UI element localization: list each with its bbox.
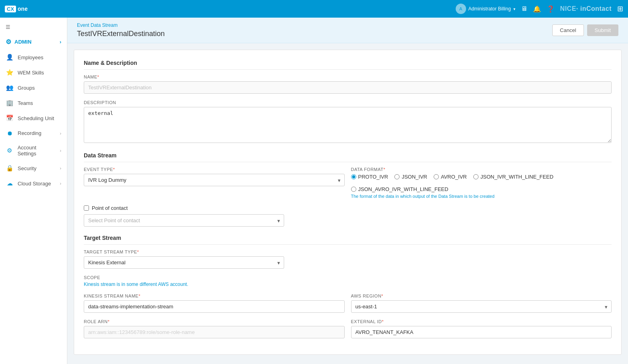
scope-label: SCOPE	[84, 275, 612, 280]
submit-button[interactable]: Submit	[587, 24, 618, 36]
target-stream-type-group: TARGET STREAM TYPE* Kinesis External Kin…	[84, 249, 612, 269]
radio-avro-ivr[interactable]: AVRO_IVR	[434, 174, 467, 180]
role-arn-input[interactable]	[84, 326, 345, 338]
poc-label: Point of contact	[92, 205, 128, 211]
hamburger-icon[interactable]: ☰	[0, 21, 67, 33]
navbar: CX one A Administrator Billing ▾ 🖥 🔔 ❓ N…	[0, 0, 628, 18]
name-input[interactable]	[84, 81, 612, 94]
aws-region-label: AWS REGION*	[351, 294, 612, 298]
grid-icon[interactable]: ⊞	[617, 4, 623, 13]
admin-gear-icon: ⚙	[6, 38, 11, 46]
radio-avro-ivr-input[interactable]	[434, 174, 439, 179]
kinesis-stream-name-group: KINESIS STREAM NAME*	[84, 294, 345, 313]
name-description-section-header: Name & Description	[84, 60, 612, 70]
page-title: TestIVRExternalDestination	[77, 30, 165, 38]
sidebar-item-cloud-storage[interactable]: ☁ Cloud Storage ›	[0, 176, 67, 191]
sidebar-admin[interactable]: ⚙ ADMIN ›	[0, 33, 67, 50]
target-stream-type-label: TARGET STREAM TYPE*	[84, 249, 612, 254]
breadcrumb[interactable]: Event Data Stream	[77, 22, 165, 28]
help-icon[interactable]: ❓	[547, 5, 555, 13]
event-type-select-wrapper: IVR Log Dummy Agent Log Contact Log	[84, 174, 345, 186]
groups-icon: 👥	[6, 84, 14, 91]
event-type-select[interactable]: IVR Log Dummy Agent Log Contact Log	[84, 174, 345, 186]
poc-select[interactable]: Select Point of contact	[84, 214, 284, 227]
aws-region-select[interactable]: us-east-1 us-west-2 eu-west-1	[351, 300, 612, 313]
poc-select-wrapper: Select Point of contact	[84, 214, 284, 227]
form-content: Name & Description NAME* DESCRIPTION ext…	[74, 50, 622, 355]
data-format-hint: The format of the data in which output o…	[351, 194, 612, 199]
event-type-data-format-row: EVENT TYPE* IVR Log Dummy Agent Log Cont…	[84, 167, 612, 205]
sidebar-item-recording[interactable]: ⏺ Recording ›	[0, 126, 67, 141]
kinesis-stream-name-col: KINESIS STREAM NAME*	[84, 294, 345, 319]
radio-json-avro-lf-input[interactable]	[351, 187, 356, 192]
radio-json-avro-lf[interactable]: JSON_AVRO_IVR_WITH_LINE_FEED	[351, 186, 448, 192]
name-field-group: NAME*	[84, 74, 612, 94]
target-stream-type-required: *	[137, 249, 139, 254]
role-arn-group: ROLE ARN*	[84, 319, 345, 338]
cloud-storage-chevron-icon: ›	[60, 181, 61, 186]
bell-icon[interactable]: 🔔	[533, 5, 541, 13]
page-header: Event Data Stream TestIVRExternalDestina…	[67, 18, 628, 43]
monitor-icon[interactable]: 🖥	[521, 5, 527, 12]
target-stream-type-select[interactable]: Kinesis External Kinesis Internal Kafka	[84, 256, 284, 269]
sidebar: ☰ ⚙ ADMIN › 👤 Employees ⭐ WEM Skills 👥 G…	[0, 18, 67, 364]
account-settings-label: Account Settings	[18, 145, 56, 157]
sidebar-item-account-settings[interactable]: ⚙ Account Settings ›	[0, 141, 67, 161]
poc-group: Point of contact Select Point of contact	[84, 205, 612, 227]
event-type-required: *	[113, 167, 115, 172]
kinesis-stream-name-required: *	[139, 294, 141, 298]
sidebar-item-wem-skills[interactable]: ⭐ WEM Skills	[0, 65, 67, 80]
data-format-col: DATA FORMAT* PROTO_IVR JSON_IVR	[351, 167, 612, 205]
layout: ☰ ⚙ ADMIN › 👤 Employees ⭐ WEM Skills 👥 G…	[0, 18, 628, 364]
kinesis-stream-name-label: KINESIS STREAM NAME*	[84, 294, 345, 298]
poc-checkbox[interactable]	[84, 205, 89, 211]
account-settings-chevron-icon: ›	[60, 148, 61, 153]
external-id-col: EXTERNAL ID*	[351, 319, 612, 345]
external-id-group: EXTERNAL ID*	[351, 319, 612, 338]
account-settings-icon: ⚙	[6, 147, 14, 154]
radio-json-ivr-input[interactable]	[394, 174, 400, 179]
navbar-logo: CX one	[5, 6, 28, 12]
role-arn-required: *	[108, 319, 110, 324]
description-textarea[interactable]: external	[84, 107, 612, 143]
sidebar-item-scheduling-unit[interactable]: 📅 Scheduling Unit	[0, 111, 67, 126]
scheduling-icon: 📅	[6, 115, 14, 122]
security-label: Security	[18, 165, 36, 171]
external-id-label: EXTERNAL ID*	[351, 319, 612, 324]
user-info[interactable]: A Administrator Billing ▾	[456, 4, 515, 14]
poc-checkbox-label[interactable]: Point of contact	[84, 205, 612, 211]
cancel-button[interactable]: Cancel	[552, 24, 584, 36]
external-id-input[interactable]	[351, 326, 612, 338]
name-label: NAME*	[84, 74, 612, 79]
event-type-group: EVENT TYPE* IVR Log Dummy Agent Log Cont…	[84, 167, 345, 186]
user-chevron-icon[interactable]: ▾	[513, 7, 515, 11]
page-header-actions: Cancel Submit	[552, 24, 618, 36]
aws-region-select-wrapper: us-east-1 us-west-2 eu-west-1	[351, 300, 612, 313]
recording-icon: ⏺	[6, 130, 14, 137]
employees-label: Employees	[18, 54, 43, 60]
groups-label: Groups	[18, 85, 35, 91]
scope-group: SCOPE Kinesis stream is in some differen…	[84, 275, 612, 287]
sidebar-item-teams[interactable]: 🏢 Teams	[0, 95, 67, 111]
sidebar-item-employees[interactable]: 👤 Employees	[0, 50, 67, 65]
radio-json-ivr[interactable]: JSON_IVR	[394, 174, 427, 180]
kinesis-aws-row: KINESIS STREAM NAME* AWS REGION*	[84, 294, 612, 319]
description-field-group: DESCRIPTION external	[84, 100, 612, 144]
data-format-required: *	[384, 167, 386, 172]
radio-proto-ivr[interactable]: PROTO_IVR	[351, 174, 388, 180]
radio-proto-ivr-input[interactable]	[351, 174, 356, 179]
sidebar-item-security[interactable]: 🔒 Security ›	[0, 161, 67, 176]
radio-json-ivr-lf-input[interactable]	[473, 174, 479, 179]
one-logo: one	[18, 6, 28, 12]
sidebar-item-groups[interactable]: 👥 Groups	[0, 80, 67, 95]
role-arn-external-id-row: ROLE ARN* EXTERNAL ID*	[84, 319, 612, 345]
name-required: *	[97, 74, 99, 79]
description-label: DESCRIPTION	[84, 100, 612, 105]
data-format-group: DATA FORMAT* PROTO_IVR JSON_IVR	[351, 167, 612, 199]
kinesis-stream-name-input[interactable]	[84, 300, 345, 313]
radio-json-ivr-lf[interactable]: JSON_IVR_WITH_LINE_FEED	[473, 174, 553, 180]
event-type-label: EVENT TYPE*	[84, 167, 345, 172]
recording-chevron-icon: ›	[60, 131, 61, 136]
event-type-col: EVENT TYPE* IVR Log Dummy Agent Log Cont…	[84, 167, 345, 205]
navbar-left: CX one	[5, 6, 28, 12]
